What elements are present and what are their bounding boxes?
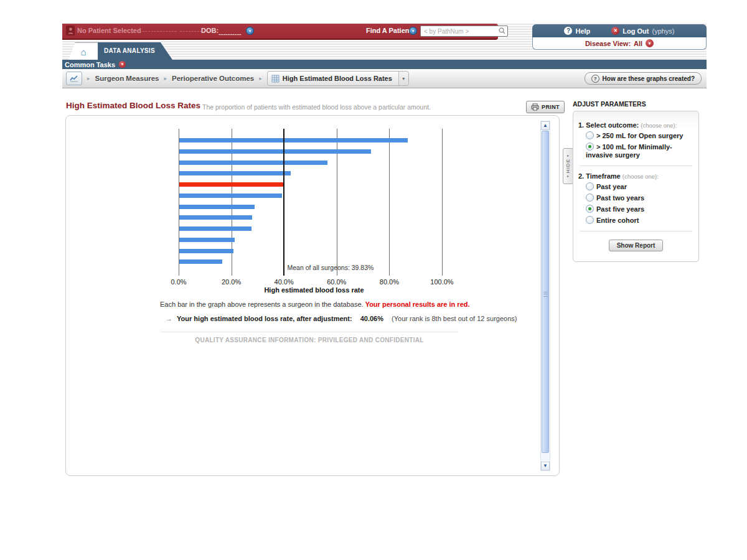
step-select-outcome: 1. Select outcome: (choose one): [578,121,693,129]
find-patient-dropdown-icon[interactable]: ▾ [409,27,417,35]
help-icon: ? [564,27,572,35]
report-grid-icon [271,75,280,83]
collapse-arrow-icon: ▸ [567,175,569,178]
search-icon[interactable] [499,27,505,34]
x-axis-tick-label: 60.0% [317,278,357,286]
radio-option-past-five-years[interactable]: Past five years [586,205,693,213]
step-hint: (choose one): [622,173,659,180]
x-axis-tick-label: 40.0% [264,278,304,286]
print-button[interactable]: PRINT [526,101,565,113]
chart-plot: 0.0%20.0%40.0%60.0%80.0%100.0%Mean of al… [160,124,468,296]
measure-dropdown-value: High Estimated Blood Loss Rates [283,75,392,82]
chart-icon [70,75,78,82]
measure-dropdown-caret-icon[interactable]: ▾ [398,72,408,85]
logout-label: Log Out [622,27,649,35]
mean-line-label: Mean of all surgeons: 39.83% [287,264,374,271]
divider [580,231,692,231]
patient-icon [66,26,75,35]
patient-search [420,26,508,37]
result-rank: (Your rank is 8th best out of 12 surgeon… [392,315,517,322]
breadcrumb-item-perioperative-outcomes[interactable]: Perioperative Outcomes [172,75,254,82]
chart-bar [179,238,235,242]
radio-option-100-ml-for-minimally-invasive-su[interactable]: > 100 mL for Minimally-invasive surgery [586,142,693,159]
radio-option-past-year[interactable]: Past year [586,182,693,191]
chart-x-axis-title: High estimated blood loss rate [160,286,468,294]
radio-label: > 250 mL for Open surgery [596,132,684,139]
radio-option-entire-cohort[interactable]: Entire cohort [586,216,693,225]
printer-icon [531,103,539,111]
radio-icon[interactable] [586,182,594,190]
divider [580,166,692,166]
bar-explanation-text: Each bar in the graph above represents a… [160,301,364,308]
step-hint: (choose one): [641,122,677,129]
report-home-button[interactable] [66,72,82,85]
radio-icon[interactable] [586,216,594,224]
chart-bar [179,161,327,165]
radio-selected-icon[interactable] [586,142,594,151]
chart-bar-your-result [179,182,284,187]
scroll-down-button[interactable]: ▼ [541,462,550,470]
chart-bar [179,249,233,253]
step-label: Select outcome: [586,121,639,129]
hide-label: HIDE [565,159,571,173]
logout-button[interactable]: × Log Out (yphys) [611,27,674,35]
patient-dropdown-icon[interactable]: ▾ [246,27,254,35]
disease-view-label: Disease View: [585,40,631,47]
help-label: Help [575,27,590,35]
hide-panel-button[interactable]: ▸ HIDE ▸ [563,148,573,184]
disease-view-selector[interactable]: Disease View: All ▾ [532,37,707,50]
how-graphs-created-button[interactable]: ? How are these graphs created? [585,72,702,85]
confidentiality-notice: QUALITY ASSURANCE INFORMATION: PRIVILEGE… [160,337,459,343]
chart-bar [179,149,371,154]
disease-view-value: All [634,40,642,47]
x-axis-tick-label: 100.0% [422,278,462,286]
dob-field: DOB: ---------- [201,27,218,34]
session-header: ? Help × Log Out (yphys) [532,24,707,37]
chart-bar [179,226,251,231]
tab-data-analysis[interactable]: DATA ANALYSIS [98,42,172,60]
radio-selected-icon[interactable] [586,205,594,213]
dob-label: DOB: [201,27,218,34]
result-label: Your high estimated blood loss rate, aft… [177,315,352,322]
radio-icon[interactable] [586,194,594,202]
disease-view-dropdown-icon[interactable]: ▾ [646,39,654,47]
scrollbar-grip [543,292,548,297]
collapse-arrow-icon: ▸ [567,154,569,157]
common-tasks-dropdown-icon[interactable]: ▾ [119,61,126,68]
breadcrumb-item-surgeon-measures[interactable]: Surgeon Measures [95,75,159,82]
adjust-parameters-panel: 1. Select outcome: (choose one): > 250 m… [573,111,699,262]
chart-gridline [442,129,443,276]
radio-label: Past five years [596,205,644,213]
radio-label: > 100 mL for Minimally-invasive surgery [586,143,672,159]
how-graphs-created-label: How are these graphs created? [603,75,695,82]
breadcrumb-separator-icon: ▸ [259,75,262,82]
arrow-icon: → [166,315,172,322]
radio-option-past-two-years[interactable]: Past two years [586,194,693,202]
content-scrollbar[interactable]: ▲ ▼ [540,121,550,471]
scroll-up-button[interactable]: ▲ [541,121,550,130]
home-icon: ⌂ [80,47,86,57]
scrollbar-thumb[interactable] [542,131,549,453]
breadcrumb: ▸ Surgeon Measures ▸ Perioperative Outco… [62,69,707,88]
common-tasks-bar[interactable]: Common Tasks ▾ [62,60,707,69]
help-button[interactable]: ? Help [564,27,590,35]
x-axis-tick-label: 80.0% [369,278,409,286]
patient-search-input[interactable] [420,26,508,37]
show-report-button[interactable]: Show Report [609,240,664,251]
chart-bar [179,205,255,209]
radio-label: Entire cohort [596,217,639,224]
person-icon [68,27,73,34]
print-label: PRINT [542,104,560,110]
step-number: 1. [578,121,584,129]
result-value: 40.06% [360,315,383,322]
common-tasks-label: Common Tasks [65,61,115,68]
step-number: 2. [578,172,584,180]
step-timeframe: 2. Timeframe (choose one): [578,172,693,180]
measure-dropdown[interactable]: High Estimated Blood Loss Rates ▾ [267,71,409,86]
radio-option-250-ml-for-open-surgery[interactable]: > 250 mL for Open surgery [586,131,693,140]
logout-x-icon: × [611,27,619,35]
show-report-row: Show Report [578,239,693,251]
radio-icon[interactable] [586,131,594,139]
personal-result-line: → Your high estimated blood loss rate, a… [166,315,517,322]
x-axis-tick-label: 0.0% [159,278,199,286]
